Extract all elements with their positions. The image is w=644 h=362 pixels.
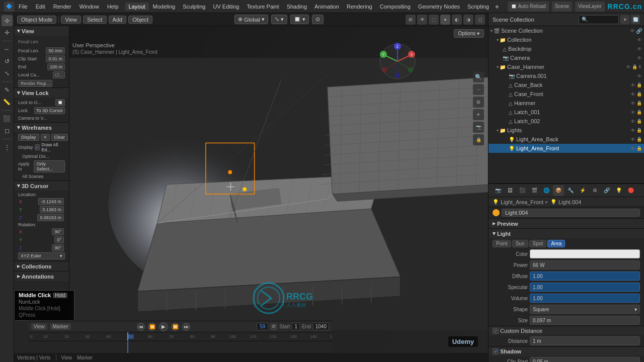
options-button[interactable]: Options ▾: [454, 29, 484, 38]
outliner-light-back[interactable]: 💡 Light_Area_Back 👁 🔒: [489, 135, 644, 144]
timeline-marker-btn[interactable]: Marker: [50, 323, 71, 330]
viewlayer-selector[interactable]: ViewLayer: [575, 2, 605, 12]
measure-tool[interactable]: 📏: [2, 97, 13, 108]
scale-tool[interactable]: ⤡: [2, 68, 13, 79]
outliner-latch-002[interactable]: △ Latch_002 👁 🔒: [489, 117, 644, 126]
only-select-btn[interactable]: Only Select...: [34, 160, 65, 172]
area-light-btn[interactable]: Area: [547, 240, 565, 247]
object-menu[interactable]: Object: [128, 16, 152, 24]
jump-end-btn[interactable]: ⏭: [182, 323, 190, 331]
jump-start-btn[interactable]: ⏮: [137, 323, 145, 331]
material-icon[interactable]: 🔴: [625, 185, 636, 196]
gizmo-toggle[interactable]: ⊞: [406, 15, 416, 25]
blender-logo[interactable]: 🔷: [4, 2, 14, 12]
menu-file[interactable]: File: [15, 3, 31, 11]
render-region-btn[interactable]: Render Regi...: [18, 80, 52, 87]
rot-y-field[interactable]: 0°: [54, 236, 64, 243]
prev-frame-btn[interactable]: ⏪: [148, 323, 156, 331]
tab-layout[interactable]: Layout: [125, 3, 149, 11]
view-layer-icon[interactable]: ⬛: [517, 185, 528, 196]
outliner-camera[interactable]: 📷 Camera 👁: [489, 53, 644, 62]
tab-modeling[interactable]: Modeling: [149, 3, 179, 11]
engine-selector[interactable]: 🔲Auto Reload: [508, 2, 549, 12]
add-object-tool[interactable]: ◻: [2, 125, 13, 136]
outliner-light-front[interactable]: 💡 Light_Area_Front 👁 🔒: [489, 144, 644, 153]
tab-rendering[interactable]: Rendering: [343, 3, 376, 11]
shading-wireframe[interactable]: ◻: [475, 15, 485, 25]
rotation-mode-dropdown[interactable]: XYZ Euler▾: [18, 252, 65, 259]
diffuse-field[interactable]: 1.00: [530, 272, 640, 281]
outliner-case-front[interactable]: △ Case_Front 👁 🔒: [489, 89, 644, 99]
modifier-props-icon[interactable]: 🔧: [565, 185, 576, 196]
custom-distance-section[interactable]: Custom Distance: [489, 326, 644, 335]
outliner-camera-001[interactable]: 📷 Camera.001 👁: [489, 71, 644, 80]
outliner-latch-001[interactable]: △ Latch_001 👁 🔒: [489, 108, 644, 117]
overlay-toggle[interactable]: 👁: [417, 15, 427, 25]
outliner-filter-btn[interactable]: ▾: [620, 15, 629, 24]
shadow-checkbox[interactable]: [493, 348, 499, 354]
proportional-edit[interactable]: ⊙: [312, 15, 324, 24]
nav-gizmo[interactable]: Z X Y: [377, 41, 418, 81]
focal-len-value[interactable]: 50 mm: [46, 47, 65, 54]
transform-tool[interactable]: ↔: [2, 44, 13, 55]
camera-icon[interactable]: 📷: [473, 122, 484, 133]
distance-field[interactable]: 1 m: [530, 336, 640, 345]
tab-texture-paint[interactable]: Texture Paint: [243, 3, 282, 11]
to-3d-cursor-btn[interactable]: To 3D Cursor: [34, 107, 65, 114]
object-props-icon[interactable]: 📦: [553, 185, 564, 196]
transform-global-dropdown[interactable]: ⊕Global▾: [234, 15, 268, 24]
view-section-header[interactable]: ▾View: [14, 26, 69, 36]
physics-icon[interactable]: ⚙: [589, 185, 600, 196]
object-mode-dropdown[interactable]: Object Mode: [17, 16, 56, 24]
lock-icon[interactable]: 🔒: [473, 134, 484, 145]
tab-sculpting[interactable]: Sculpting: [179, 3, 209, 11]
shadow-clip-start-field[interactable]: 0.05 m: [530, 357, 640, 362]
size-field[interactable]: 0.097 m: [530, 316, 640, 325]
output-props-icon[interactable]: 🖼: [505, 185, 516, 196]
cursor-tool[interactable]: ⊹: [2, 15, 13, 26]
end-frame-field[interactable]: 1040: [313, 323, 329, 330]
display-btn[interactable]: Display: [18, 134, 39, 141]
wireframes-header[interactable]: ▾Wireframes: [14, 122, 69, 132]
outliner-hammer[interactable]: △ Hammer 👁 🔒: [489, 99, 644, 108]
color-picker[interactable]: [530, 249, 640, 258]
menu-edit[interactable]: Edit: [32, 3, 49, 11]
outliner-case-back[interactable]: △ Case_Back 👁 🔒: [489, 80, 644, 89]
light-name-field[interactable]: Light.004: [502, 209, 640, 217]
menu-render[interactable]: Render: [50, 3, 75, 11]
tab-geometry-nodes[interactable]: Geometry Nodes: [415, 3, 463, 11]
shape-dropdown[interactable]: Square▾: [530, 305, 640, 314]
viewport-3d[interactable]: User Perspective (S) Case_Hammer | Light…: [69, 26, 488, 362]
clear-btn[interactable]: Clear: [51, 134, 68, 141]
play-btn[interactable]: ▶: [159, 322, 168, 331]
shading-rendered[interactable]: ◑: [463, 15, 473, 25]
scene-props-icon[interactable]: 🎬: [529, 185, 540, 196]
annotations-header[interactable]: ▸Annotations: [14, 271, 69, 281]
tab-shading[interactable]: Shading: [283, 3, 310, 11]
outliner-sync-btn[interactable]: 🔄: [631, 15, 640, 24]
point-light-btn[interactable]: Point: [493, 240, 511, 247]
zoom-out-icon[interactable]: −: [473, 84, 484, 95]
clip-end-value[interactable]: 100 m: [47, 63, 65, 70]
specular-field[interactable]: 1.00: [530, 283, 640, 292]
tab-add[interactable]: +: [493, 3, 501, 11]
transform-tools-dropdown[interactable]: ⤡▾: [271, 15, 287, 24]
view-menu[interactable]: View: [61, 16, 81, 24]
rot-z-field[interactable]: 90°: [52, 244, 64, 251]
shading-solid[interactable]: ●: [440, 15, 450, 25]
spot-light-btn[interactable]: Spot: [529, 240, 547, 247]
outliner-search[interactable]: [579, 15, 619, 24]
tab-scripting[interactable]: Scripting: [464, 3, 493, 11]
shading-material[interactable]: ◐: [452, 15, 462, 25]
zoom-level-icon[interactable]: ⊞: [473, 97, 484, 108]
select-menu[interactable]: Select: [83, 16, 107, 24]
constraints-icon[interactable]: 🔗: [601, 185, 612, 196]
fps-icon[interactable]: ⏱: [270, 323, 277, 330]
outliner-collection[interactable]: ▾ 📁 Collection 👁: [489, 35, 644, 44]
outliner-lights[interactable]: ▾ 📁 Lights 👁 🔒: [489, 126, 644, 135]
view-lock-header[interactable]: ▾View Lock: [14, 87, 69, 98]
start-frame-field[interactable]: 1: [292, 323, 300, 330]
cursor-x-field[interactable]: -0.1243 m: [38, 198, 64, 205]
clip-start-value[interactable]: 0.01 m: [46, 55, 65, 62]
add-cube-tool[interactable]: ⬛: [2, 113, 13, 124]
